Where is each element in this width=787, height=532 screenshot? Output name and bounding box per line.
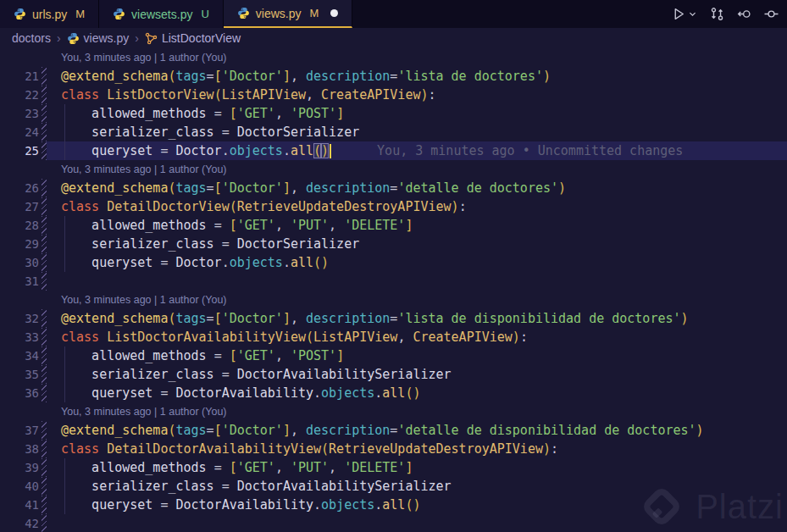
breadcrumb-item-doctors[interactable]: doctors <box>12 31 51 45</box>
tab-views.py[interactable]: views.pyM <box>224 0 353 28</box>
code-token: class <box>61 330 107 345</box>
code-content[interactable]: serializer_class = DoctorAvailabilitySer… <box>47 477 787 496</box>
code-content[interactable]: class DetailDoctorAvailabilityView(Retri… <box>47 440 787 458</box>
line-number[interactable]: 29 <box>0 237 39 251</box>
line-number[interactable]: 21 <box>0 69 39 83</box>
code-token: ( <box>306 330 313 345</box>
line-number[interactable]: 35 <box>0 368 39 381</box>
vscode-window: urls.pyMviewsets.pyUviews.pyM doctors›vi… <box>0 0 787 532</box>
code-line: 21@extend_schema(tags=['Doctor'], descri… <box>0 67 787 86</box>
code-token: ( <box>230 199 237 214</box>
line-number[interactable]: 40 <box>0 479 39 493</box>
code-token: DoctorAvailabilitySerializer <box>237 367 452 382</box>
code-token: queryset <box>61 143 160 158</box>
line-number[interactable]: 38 <box>0 442 39 456</box>
code-token: @extend_schema <box>61 180 168 196</box>
code-token: 'GET' <box>237 106 275 121</box>
codelens-blame-text[interactable]: You, 3 minutes ago | 1 author (You) <box>61 52 227 64</box>
code-token: () <box>313 255 329 270</box>
code-token: objects <box>321 385 374 401</box>
line-number[interactable]: 22 <box>0 88 39 102</box>
code-token: allowed_methods <box>61 218 214 233</box>
code-content[interactable]: queryset = DoctorAvailability.objects.al… <box>47 496 787 514</box>
code-content[interactable]: class ListDoctorAvailabilityView(ListAPI… <box>47 328 787 346</box>
line-number[interactable]: 36 <box>0 386 39 400</box>
code-token: ] <box>405 218 413 233</box>
codelens-blame-text[interactable]: You, 3 minutes ago | 1 author (You) <box>61 163 227 175</box>
run-python-file-icon[interactable] <box>672 7 686 21</box>
codelens-blame-text[interactable]: You, 3 minutes ago | 1 author (You) <box>61 294 227 306</box>
code-content[interactable]: serializer_class = DoctorSerializer <box>47 235 787 253</box>
line-number[interactable]: 41 <box>0 498 39 512</box>
line-number[interactable]: 26 <box>0 181 39 195</box>
line-number[interactable]: 31 <box>0 274 39 288</box>
code-content[interactable]: class ListDoctorView(ListAPIView, Create… <box>47 86 787 104</box>
code-content[interactable] <box>47 272 787 291</box>
codelens-blame-text[interactable]: You, 3 minutes ago | 1 author (You) <box>61 406 227 418</box>
toggle-blame-icon[interactable] <box>764 7 779 21</box>
code-content[interactable]: allowed_methods = ['GET', 'PUT', 'DELETE… <box>47 458 787 477</box>
gutter: 25 <box>0 141 47 160</box>
code-content[interactable]: @extend_schema(tags=['Doctor'], descript… <box>47 67 787 86</box>
breadcrumb-item-views.py[interactable]: views.py <box>67 31 130 45</box>
code-editor: You, 3 minutes ago | 1 author (You)21@ex… <box>0 48 787 532</box>
code-token: = <box>214 218 230 233</box>
code-content[interactable]: @extend_schema(tags=['Doctor'], descript… <box>47 179 787 197</box>
code-token: ) <box>513 330 520 345</box>
tab-urls.py[interactable]: urls.pyM <box>0 0 99 28</box>
code-token: queryset <box>61 255 160 270</box>
code-content[interactable]: allowed_methods = ['GET', 'POST'] <box>47 104 787 123</box>
compare-changes-icon[interactable] <box>710 7 724 21</box>
code-token: = <box>214 348 230 363</box>
code-content[interactable]: allowed_methods = ['GET', 'PUT', 'DELETE… <box>47 216 787 235</box>
line-number[interactable]: 28 <box>0 219 39 232</box>
code-content[interactable] <box>47 514 787 532</box>
code-token: , <box>291 180 306 196</box>
code-token: . <box>313 497 321 513</box>
code-content[interactable]: serializer_class = DoctorAvailabilitySer… <box>47 365 787 384</box>
gutter <box>0 291 47 309</box>
code-line: 26@extend_schema(tags=['Doctor'], descri… <box>0 179 787 197</box>
line-number[interactable]: 42 <box>0 517 39 530</box>
line-number[interactable]: 25 <box>0 144 39 158</box>
code-content[interactable]: allowed_methods = ['GET', 'POST'] <box>47 346 787 365</box>
line-number[interactable]: 39 <box>0 461 39 474</box>
line-number[interactable]: 32 <box>0 312 39 325</box>
code-token: , <box>291 423 306 438</box>
code-content[interactable]: queryset = DoctorAvailability.objects.al… <box>47 384 787 402</box>
line-number[interactable]: 37 <box>0 424 39 437</box>
code-content[interactable]: @extend_schema(tags=['Doctor'], descript… <box>47 421 787 440</box>
code-token: , <box>275 348 291 363</box>
code-token: CreateAPIView <box>413 330 512 345</box>
open-changes-icon[interactable] <box>737 7 751 21</box>
code-token: = <box>207 69 214 84</box>
code-content[interactable]: queryset = Doctor.objects.all()You, 3 mi… <box>47 141 787 160</box>
code-content[interactable]: @extend_schema(tags=['Doctor'], descript… <box>47 309 787 328</box>
tab-bar-tabs: urls.pyMviewsets.pyUviews.pyM <box>0 0 352 28</box>
breadcrumb: doctors›views.py›ListDoctorView <box>0 28 787 48</box>
code-token: , <box>329 218 344 233</box>
code-token: 'lista de doctores' <box>397 69 543 84</box>
code-content[interactable]: queryset = Doctor.objects.all() <box>47 253 787 272</box>
code-content[interactable]: class DetailDoctorView(RetrieveUpdateDes… <box>47 197 787 216</box>
python-icon <box>113 8 125 20</box>
breadcrumb-label: views.py <box>84 31 130 45</box>
line-number[interactable]: 34 <box>0 349 39 363</box>
line-number[interactable]: 23 <box>0 107 39 120</box>
code-token: = <box>222 236 237 252</box>
code-token: = <box>214 106 230 121</box>
code-line: 34 allowed_methods = ['GET', 'POST'] <box>0 346 787 365</box>
line-number[interactable]: 33 <box>0 330 39 344</box>
gutter: 33 <box>0 328 47 346</box>
code-token: ListDoctorAvailabilityView <box>107 330 306 345</box>
line-number[interactable]: 24 <box>0 125 39 139</box>
run-dropdown-chevron-icon[interactable] <box>688 9 697 19</box>
line-number[interactable]: 30 <box>0 256 39 269</box>
code-content[interactable]: serializer_class = DoctorSerializer <box>47 123 787 141</box>
breadcrumb-item-ListDoctorView[interactable]: ListDoctorView <box>145 31 241 45</box>
line-number[interactable]: 27 <box>0 200 39 213</box>
code-token: @extend_schema <box>61 69 168 84</box>
code-token: class <box>61 87 107 103</box>
gutter: 21 <box>0 67 47 86</box>
tab-viewsets.py[interactable]: viewsets.pyU <box>99 0 224 28</box>
